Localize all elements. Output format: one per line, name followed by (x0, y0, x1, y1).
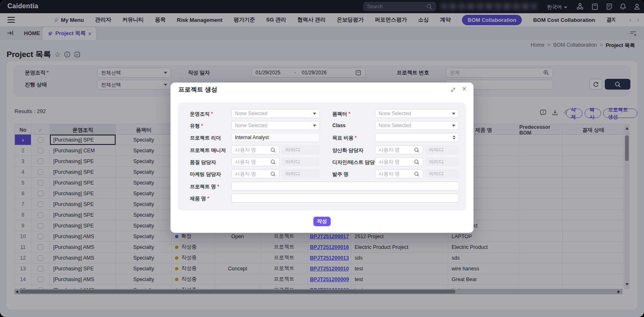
field-design-test-id-input: 아이디 (425, 157, 459, 166)
field-target-cost-label: 목표 비용* (332, 135, 357, 142)
search-icon[interactable] (414, 147, 419, 153)
create-project-modal: 프로젝트 생성 × 운영조직* None Selected 폼팩터* None … (170, 83, 474, 233)
field-quality-id-input: 아이디 (282, 157, 320, 166)
app-window: Caidentia Search 한국어 ☆My Menu관리자커뮤니티품목Ri… (0, 0, 644, 317)
field-class-select[interactable]: None Selected (375, 121, 459, 130)
field-pm-user-input[interactable]: 사용자 명 (231, 145, 279, 154)
field-quality-user-input[interactable]: 사용자 명 (231, 157, 279, 166)
modal-title: 프로젝트 생성 (178, 86, 217, 94)
submit-button[interactable]: 작성 (313, 217, 331, 226)
field-target-cost-input[interactable] (375, 133, 459, 142)
search-icon[interactable] (270, 159, 276, 165)
field-product-name-input[interactable] (231, 194, 459, 203)
search-icon[interactable] (414, 171, 419, 177)
field-form-factor-select[interactable]: None Selected (375, 109, 459, 118)
field-type-select[interactable]: None Selected (231, 121, 320, 130)
field-leader-input[interactable]: Internal Analyst (231, 133, 320, 142)
field-marketing-id-input: 아이디 (282, 169, 320, 178)
search-icon[interactable] (414, 159, 419, 165)
close-modal-icon[interactable]: × (462, 84, 466, 93)
field-order-label: 발주 명 (332, 171, 348, 178)
field-class-label: Class (332, 123, 346, 128)
field-quality-label: 품질 담당자 (190, 159, 216, 166)
field-order-user-input[interactable]: 사용자 명 (375, 169, 423, 178)
field-order-id-input: 아이디 (425, 169, 459, 178)
field-marketing-user-input[interactable]: 사용자 명 (231, 169, 279, 178)
field-project-name-input[interactable] (231, 182, 459, 191)
field-org-label: 운영조직* (190, 111, 213, 118)
field-project-name-label: 프로젝트 명* (190, 183, 219, 190)
search-icon[interactable] (270, 147, 276, 153)
field-product-name-label: 제품 명* (190, 195, 209, 202)
field-form-factor-label: 폼팩터* (332, 111, 350, 118)
search-icon[interactable] (270, 171, 276, 177)
field-marketing-label: 마케팅 담당자 (190, 171, 221, 178)
field-mass-production-label: 양산화 담당자 (332, 147, 363, 154)
field-pm-id-input: 아이디 (282, 145, 320, 154)
field-mass-production-user-input[interactable]: 사용자 명 (375, 145, 423, 154)
field-type-label: 유형* (190, 123, 203, 130)
field-mass-production-id-input: 아이디 (425, 145, 459, 154)
field-leader-label: 프로젝트 리더 (190, 135, 221, 142)
field-pm-label: 프로젝트 매니저 (190, 147, 226, 154)
field-org-select[interactable]: None Selected (231, 109, 320, 118)
field-design-test-user-input[interactable]: 사용자 명 (375, 157, 423, 166)
field-design-test-label: 디자인/테스트 담당자 (332, 159, 380, 166)
expand-modal-icon[interactable] (450, 87, 456, 93)
